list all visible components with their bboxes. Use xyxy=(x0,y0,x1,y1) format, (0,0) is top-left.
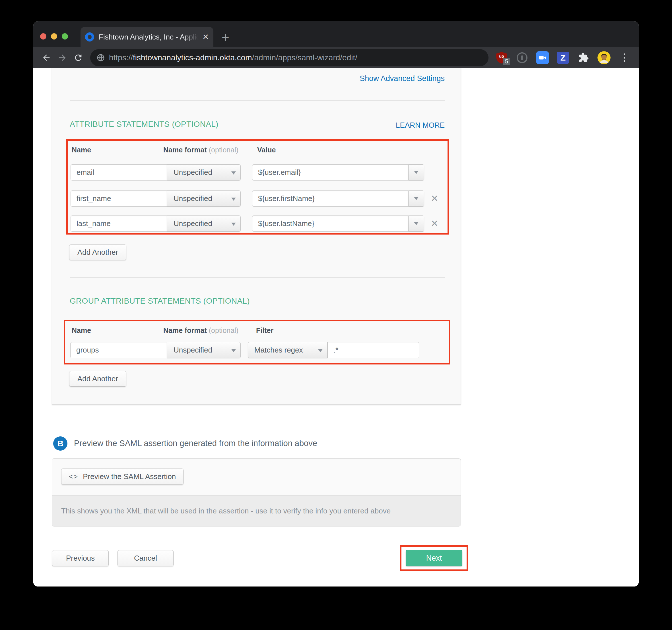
traffic-light-close[interactable] xyxy=(40,33,46,40)
chevron-down-icon xyxy=(231,171,236,175)
column-header-name: Name xyxy=(72,326,91,335)
attribute-statements-title: ATTRIBUTE STATEMENTS (OPTIONAL) xyxy=(70,120,218,129)
add-another-button[interactable]: Add Another xyxy=(69,245,126,260)
show-advanced-settings-link[interactable]: Show Advanced Settings xyxy=(360,74,445,83)
chevron-down-icon xyxy=(231,223,236,226)
attr-name-input[interactable] xyxy=(71,216,167,232)
value-dropdown-button[interactable] xyxy=(408,216,424,232)
previous-button[interactable]: Previous xyxy=(52,550,109,566)
onepassword-extension-button[interactable] xyxy=(515,51,529,65)
column-header-name: Name xyxy=(72,146,91,154)
filter-value-input[interactable] xyxy=(328,342,419,358)
okta-favicon-icon xyxy=(85,32,94,42)
url-path: /admin/apps/saml-wizard/edit/ xyxy=(252,53,357,62)
tab-close-icon[interactable]: ✕ xyxy=(202,32,209,42)
next-button-highlight-box: Next xyxy=(400,545,468,571)
chevron-down-icon xyxy=(414,222,418,225)
browser-menu-button[interactable] xyxy=(618,51,631,65)
address-bar[interactable]: https://fishtownanalytics-admin.okta.com… xyxy=(90,49,488,66)
puzzle-icon xyxy=(578,52,589,63)
zoom-extension-button[interactable] xyxy=(536,51,549,65)
browser-toolbar: https://fishtownanalytics-admin.okta.com… xyxy=(33,47,639,68)
traffic-light-zoom[interactable] xyxy=(62,33,68,40)
step-b-text: Preview the SAML assertion generated fro… xyxy=(74,439,317,448)
next-button[interactable]: Next xyxy=(406,550,462,566)
value-dropdown-button[interactable] xyxy=(408,191,424,207)
page-content: Show Advanced Settings ATTRIBUTE STATEME… xyxy=(33,68,639,586)
ublock-extension-button[interactable]: uo 5 xyxy=(495,51,508,65)
chevron-down-icon xyxy=(318,349,322,352)
name-format-select[interactable]: Unspecified xyxy=(167,342,241,358)
url-scheme: https:// xyxy=(109,53,133,62)
name-format-select[interactable]: Unspecified xyxy=(167,164,241,180)
url-text: https://fishtownanalytics-admin.okta.com… xyxy=(109,53,357,62)
delete-row-button[interactable]: ✕ xyxy=(431,194,438,203)
attribute-statements-highlight-box: Name Name format (optional) Value Unspec… xyxy=(66,139,449,234)
preview-saml-assertion-button[interactable]: <> Preview the SAML Assertion xyxy=(61,469,184,485)
group-attribute-statements-title: GROUP ATTRIBUTE STATEMENTS (OPTIONAL) xyxy=(70,297,250,306)
divider xyxy=(70,100,445,101)
ublock-badge: 5 xyxy=(503,58,510,65)
attr-value-input[interactable] xyxy=(252,191,408,207)
avatar xyxy=(597,51,610,64)
column-header-name-format: Name format (optional) xyxy=(163,146,238,154)
delete-row-button[interactable]: ✕ xyxy=(431,219,438,228)
attribute-row-last-name: Unspecified ✕ xyxy=(71,216,440,232)
attr-name-input[interactable] xyxy=(71,164,167,180)
group-attribute-row: Unspecified Matches regex xyxy=(70,342,420,358)
tab-strip: Fishtown Analytics, Inc - Applic ✕ + xyxy=(33,21,639,47)
value-dropdown-button[interactable] xyxy=(408,164,424,180)
kebab-menu-icon xyxy=(624,53,625,62)
add-another-button[interactable]: Add Another xyxy=(69,371,126,387)
tab-title: Fishtown Analytics, Inc - Applic xyxy=(99,33,200,42)
reload-button[interactable] xyxy=(70,50,86,66)
new-tab-button[interactable]: + xyxy=(222,31,229,44)
name-format-select[interactable]: Unspecified xyxy=(167,216,241,232)
group-attribute-statements-highlight-box: Name Name format (optional) Filter Unspe… xyxy=(64,320,450,364)
globe-icon xyxy=(96,53,105,62)
browser-tab[interactable]: Fishtown Analytics, Inc - Applic ✕ xyxy=(80,27,213,47)
profile-avatar-button[interactable] xyxy=(597,51,611,65)
attr-name-input[interactable] xyxy=(71,191,167,207)
url-host: fishtownanalytics-admin.okta.com xyxy=(133,53,252,62)
chevron-down-icon xyxy=(414,171,418,174)
extension-icons: uo 5 Z xyxy=(493,51,633,65)
extensions-menu-button[interactable] xyxy=(577,51,590,65)
name-format-select[interactable]: Unspecified xyxy=(167,191,241,207)
chevron-down-icon xyxy=(231,198,236,201)
preview-assertion-panel: <> Preview the SAML Assertion This shows… xyxy=(52,458,461,527)
column-header-filter: Filter xyxy=(256,326,273,335)
z-app-extension-button[interactable]: Z xyxy=(556,51,570,65)
back-button[interactable] xyxy=(39,50,54,66)
preview-hint: This shows you the XML that will be used… xyxy=(52,495,461,527)
attr-value-input[interactable] xyxy=(252,216,408,232)
saml-settings-panel: Show Advanced Settings ATTRIBUTE STATEME… xyxy=(52,68,461,405)
back-arrow-icon xyxy=(42,53,51,62)
browser-window: Fishtown Analytics, Inc - Applic ✕ + htt… xyxy=(33,21,639,586)
video-camera-icon xyxy=(536,51,549,64)
step-b-badge: B xyxy=(53,436,67,451)
window-controls xyxy=(40,33,68,40)
attr-value-input[interactable] xyxy=(252,164,408,180)
traffic-light-minimize[interactable] xyxy=(51,33,57,40)
column-header-value: Value xyxy=(257,146,276,154)
code-icon: <> xyxy=(69,473,78,481)
cancel-button[interactable]: Cancel xyxy=(118,550,173,566)
chevron-down-icon xyxy=(414,197,418,200)
onepassword-icon xyxy=(517,52,527,63)
column-header-name-format: Name format (optional) xyxy=(163,326,238,335)
reload-icon xyxy=(73,53,83,62)
learn-more-link[interactable]: LEARN MORE xyxy=(396,121,445,130)
attribute-row-first-name: Unspecified ✕ xyxy=(71,191,440,207)
divider xyxy=(70,277,445,278)
filter-type-select[interactable]: Matches regex xyxy=(248,342,328,358)
chevron-down-icon xyxy=(231,349,236,352)
forward-arrow-icon xyxy=(57,53,67,62)
group-name-input[interactable] xyxy=(70,342,167,358)
forward-button[interactable] xyxy=(54,50,70,66)
z-app-icon: Z xyxy=(557,52,569,64)
attribute-row-email: Unspecified xyxy=(71,164,440,180)
